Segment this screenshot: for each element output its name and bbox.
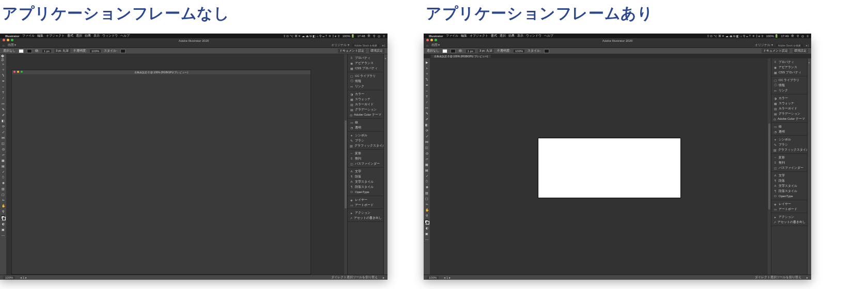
stock-search[interactable]: Adobe Stock を検索	[352, 44, 380, 47]
panel-artboards[interactable]: ▭アートボード	[771, 206, 807, 212]
lasso-tool-icon[interactable]: ᔐ	[1, 73, 6, 77]
panel-adobecolor[interactable]: ◎Adobe Color テーマ	[348, 112, 383, 117]
fill-swatch[interactable]	[442, 49, 447, 53]
menu-window[interactable]: ウィンドウ	[526, 34, 541, 38]
panel-libraries[interactable]: ▢CC ライブラリ	[348, 73, 383, 78]
panel-pathfinder[interactable]: ◫パスファインダー	[348, 161, 383, 166]
rotate-tool-icon[interactable]: ⟳	[425, 128, 429, 133]
siri-icon[interactable]: ◎	[801, 34, 804, 38]
panel-symbols[interactable]: ✦シンボル	[348, 133, 383, 138]
panel-layers[interactable]: ◈レイヤー	[348, 197, 383, 202]
selection-tool-icon[interactable]: �示	[1, 56, 6, 60]
panel-actions[interactable]: ▸アクション	[348, 210, 383, 215]
panel-align[interactable]: ≡整列	[348, 156, 383, 161]
document-tab[interactable]: 名称未設定-3 @ 100% (RGB/GPU プレビュー)	[431, 55, 491, 58]
width-tool-icon[interactable]: ⋈	[1, 135, 6, 140]
perspective-icon[interactable]: ▱	[1, 152, 6, 157]
panel-color[interactable]: ◑カラー	[771, 95, 807, 101]
panel-appearance[interactable]: ◉アピアランス	[771, 65, 807, 70]
menu-window[interactable]: ウィンドウ	[102, 34, 118, 38]
hand-tool-icon[interactable]: ✋	[1, 203, 6, 208]
shapebuilder-icon[interactable]: ◎	[425, 151, 429, 155]
artboard-tool-icon[interactable]: ▢	[425, 196, 429, 201]
wand-tool-icon[interactable]: ✧	[425, 71, 429, 76]
stroke-swatch[interactable]	[27, 49, 32, 53]
symbol-spray-icon[interactable]: ❋	[1, 181, 6, 185]
prefs-button[interactable]: 環境設定	[369, 49, 384, 53]
panel-edge-strip[interactable]: ▸	[807, 58, 811, 280]
app-name[interactable]: Illustrator	[5, 35, 20, 38]
panel-css[interactable]: ▦CSS プロパティ	[771, 70, 807, 75]
app-name[interactable]: Illustrator	[429, 35, 443, 38]
menu-edit[interactable]: 編集	[37, 34, 43, 38]
fill-stroke-icon[interactable]	[1, 216, 6, 220]
panel-brushes[interactable]: ✎ブラシ	[771, 142, 807, 147]
width-tool-icon[interactable]: ⋈	[425, 139, 429, 144]
eraser-tool-icon[interactable]: ◧	[425, 122, 429, 127]
panel-links[interactable]: ⇔リンク	[348, 84, 383, 89]
slice-tool-icon[interactable]: ✂	[425, 202, 429, 206]
panel-stroke[interactable]: ▭線	[348, 120, 383, 125]
hand-tool-icon[interactable]: ✋	[425, 207, 429, 212]
direct-select-tool-icon[interactable]: ▹	[425, 66, 429, 70]
curve-tool-icon[interactable]: ~	[425, 88, 429, 93]
panel-charstyles[interactable]: A文字スタイル	[771, 183, 807, 188]
line-tool-icon[interactable]: /	[1, 95, 6, 100]
menu-edit[interactable]: 編集	[461, 34, 467, 38]
panel-transform[interactable]: ↔変形	[771, 155, 807, 160]
menu-help[interactable]: ヘルプ	[120, 34, 130, 38]
panel-parastyles[interactable]: ¶段落スタイル	[348, 184, 383, 189]
graph-tool-icon[interactable]: ▥	[425, 190, 429, 195]
draw-mode-icon[interactable]: ◐	[425, 226, 429, 230]
panel-symbols[interactable]: ✦シンボル	[771, 137, 807, 142]
doc-setup-button[interactable]: ドキュメント設定	[338, 49, 366, 53]
menu-select[interactable]: 選択	[500, 34, 506, 38]
panel-charstyles[interactable]: A文字スタイル	[348, 179, 383, 184]
panel-align[interactable]: ≡整列	[771, 160, 807, 165]
mesh-tool-icon[interactable]: ▦	[425, 162, 429, 167]
menu-type[interactable]: 書式	[491, 34, 497, 38]
panel-graphicstyles[interactable]: ▨グラフィックスタイル	[771, 147, 807, 152]
panel-graphicstyles[interactable]: ▨グラフィックスタイル	[348, 143, 383, 148]
stroke-swatch[interactable]	[451, 49, 456, 53]
menu-effect[interactable]: 効果	[508, 34, 515, 38]
screen-mode-icon[interactable]: ▣	[1, 227, 6, 232]
type-tool-icon[interactable]: T	[425, 94, 429, 99]
workspace-switch[interactable]: 画面 ▾	[431, 43, 440, 47]
zoom-tool-icon[interactable]: ⚲	[425, 213, 429, 218]
panel-edge-strip[interactable]: ▸	[383, 54, 388, 280]
scale-tool-icon[interactable]: ⤢	[1, 130, 6, 134]
workspace-switch[interactable]: 画面 ▾	[8, 43, 17, 47]
fill-swatch[interactable]	[19, 49, 24, 53]
traffic-lights[interactable]	[3, 39, 13, 41]
panel-appearance[interactable]: ◉アピアランス	[348, 60, 383, 66]
menu-type[interactable]: 書式	[67, 34, 73, 38]
panel-paragraph[interactable]: ¶段落	[348, 174, 383, 179]
home-icon[interactable]: ⌂	[426, 44, 428, 47]
brush-tool-icon[interactable]: ✎	[1, 107, 6, 111]
home-icon[interactable]: ⌂	[3, 44, 5, 47]
proof-setup[interactable]: オリジナル ▾	[755, 43, 773, 47]
menu-help[interactable]: ヘルプ	[544, 34, 553, 38]
panel-stroke[interactable]: ▭線	[771, 124, 807, 129]
perspective-icon[interactable]: ▱	[425, 156, 429, 161]
panel-layers[interactable]: ◈レイヤー	[771, 201, 807, 206]
menu-file[interactable]: ファイル	[446, 34, 458, 38]
pen-tool-icon[interactable]: ✒	[1, 78, 6, 83]
panel-gradient[interactable]: ▤グラデーション	[348, 107, 383, 112]
panel-transform[interactable]: ↔変形	[348, 151, 383, 156]
selection-tool-icon[interactable]: ▶	[425, 60, 429, 65]
panel-info[interactable]: ⓘ情報	[771, 83, 807, 88]
panel-pathfinder[interactable]: ◫パスファインダー	[771, 165, 807, 170]
edit-toolbar-icon[interactable]: ⋯	[1, 233, 6, 237]
menu-object[interactable]: オブジェクト	[470, 34, 488, 38]
fill-stroke-icon[interactable]	[425, 220, 429, 224]
stroke-width[interactable]: 1 px	[466, 50, 475, 53]
panel-libraries[interactable]: ▢CC ライブラリ	[771, 77, 807, 83]
panel-colorguide[interactable]: ▥カラーガイド	[771, 106, 807, 111]
canvas[interactable]	[430, 58, 771, 280]
graph-tool-icon[interactable]: ▥	[1, 186, 6, 191]
siri-icon[interactable]: ◎	[378, 34, 380, 38]
style-swatch[interactable]	[120, 49, 126, 53]
close-icon[interactable]	[426, 39, 429, 41]
